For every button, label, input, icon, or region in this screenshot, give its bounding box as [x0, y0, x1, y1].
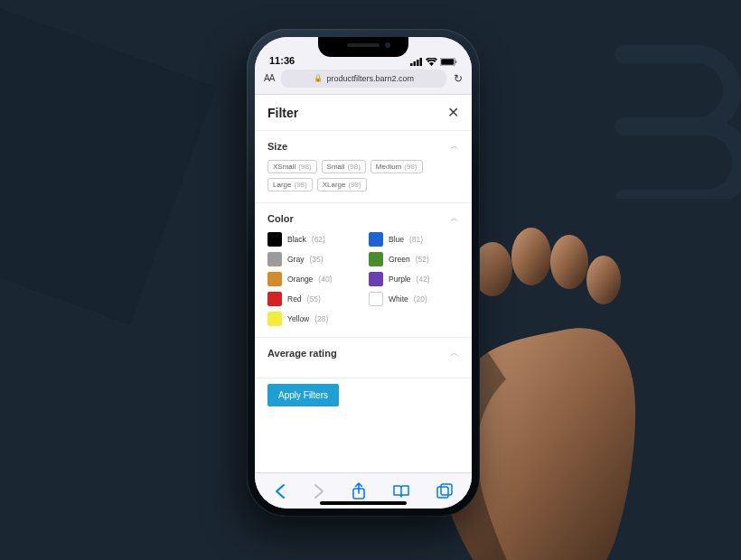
- svg-rect-13: [441, 484, 452, 495]
- section-color: Color ︿ Black(62) Blue(81) Gray(35) Gree…: [255, 203, 472, 338]
- size-chip-large[interactable]: Large(98): [267, 178, 313, 191]
- section-size: Size ︿ XSmall(98) Small(98) Medium(98) L…: [255, 131, 472, 203]
- section-rating-header[interactable]: Average rating ︿: [267, 347, 459, 359]
- forward-button[interactable]: [313, 483, 325, 499]
- home-indicator[interactable]: [320, 501, 407, 505]
- filter-header: Filter ✕: [255, 95, 472, 131]
- size-chip-medium[interactable]: Medium(98): [370, 160, 423, 173]
- section-rating-title: Average rating: [267, 348, 337, 359]
- reload-button[interactable]: ↻: [454, 72, 463, 85]
- device-notch: [318, 37, 408, 57]
- svg-point-2: [550, 235, 588, 289]
- share-button[interactable]: [352, 482, 366, 500]
- svg-rect-4: [410, 63, 413, 66]
- svg-rect-12: [437, 487, 448, 498]
- bookmarks-button[interactable]: [392, 484, 410, 499]
- size-chip-small[interactable]: Small(98): [322, 160, 366, 173]
- svg-point-1: [511, 228, 551, 285]
- page-content: Filter ✕ Size ︿ XSmall(98) Small(98) Med…: [255, 95, 472, 472]
- background-accent: [0, 1, 216, 325]
- color-option-blue[interactable]: Blue(81): [369, 232, 459, 247]
- safari-address-bar: AA 🔒 productfilters.barn2.com ↻: [255, 68, 472, 95]
- chevron-up-icon: ︿: [450, 212, 459, 225]
- back-button[interactable]: [274, 483, 286, 499]
- page-title: Filter: [267, 106, 298, 120]
- color-option-green[interactable]: Green(52): [369, 252, 459, 266]
- color-option-yellow[interactable]: Yellow(28): [267, 312, 358, 326]
- color-option-purple[interactable]: Purple(42): [369, 272, 459, 286]
- color-option-gray[interactable]: Gray(35): [267, 252, 358, 266]
- size-chip-xsmall[interactable]: XSmall(98): [267, 160, 317, 173]
- iphone-device-frame: 11:36 AA 🔒 productfilters.barn2.com ↻ Fi…: [247, 29, 480, 517]
- svg-rect-5: [414, 61, 417, 66]
- text-size-button[interactable]: AA: [264, 73, 274, 83]
- color-option-black[interactable]: Black(62): [267, 232, 358, 247]
- close-button[interactable]: ✕: [447, 104, 459, 121]
- color-option-white[interactable]: White(20): [369, 292, 459, 306]
- cellular-signal-icon: [410, 58, 423, 66]
- apply-filters-button[interactable]: Apply Filters: [267, 384, 339, 406]
- color-option-red[interactable]: Red(55): [267, 292, 358, 306]
- section-size-header[interactable]: Size ︿: [267, 140, 459, 153]
- svg-rect-10: [455, 61, 456, 63]
- svg-rect-6: [417, 60, 419, 66]
- watermark-logo: [587, 18, 741, 199]
- url-text: productfilters.barn2.com: [326, 74, 414, 83]
- tabs-button[interactable]: [436, 483, 453, 499]
- color-option-orange[interactable]: Orange(40): [267, 272, 358, 286]
- size-chip-xlarge[interactable]: XLarge(98): [317, 178, 367, 191]
- svg-rect-7: [420, 58, 423, 66]
- battery-icon: [440, 58, 457, 66]
- section-size-title: Size: [267, 141, 287, 152]
- wifi-icon: [426, 58, 437, 66]
- svg-point-3: [586, 256, 621, 304]
- section-color-header[interactable]: Color ︿: [267, 212, 459, 225]
- section-rating: Average rating ︿: [255, 338, 472, 378]
- chevron-up-icon: ︿: [450, 347, 459, 359]
- chevron-up-icon: ︿: [450, 140, 459, 153]
- status-time: 11:36: [269, 55, 295, 66]
- svg-rect-9: [441, 59, 454, 65]
- lock-icon: 🔒: [314, 74, 323, 82]
- url-field[interactable]: 🔒 productfilters.barn2.com: [281, 70, 446, 88]
- section-color-title: Color: [267, 213, 294, 224]
